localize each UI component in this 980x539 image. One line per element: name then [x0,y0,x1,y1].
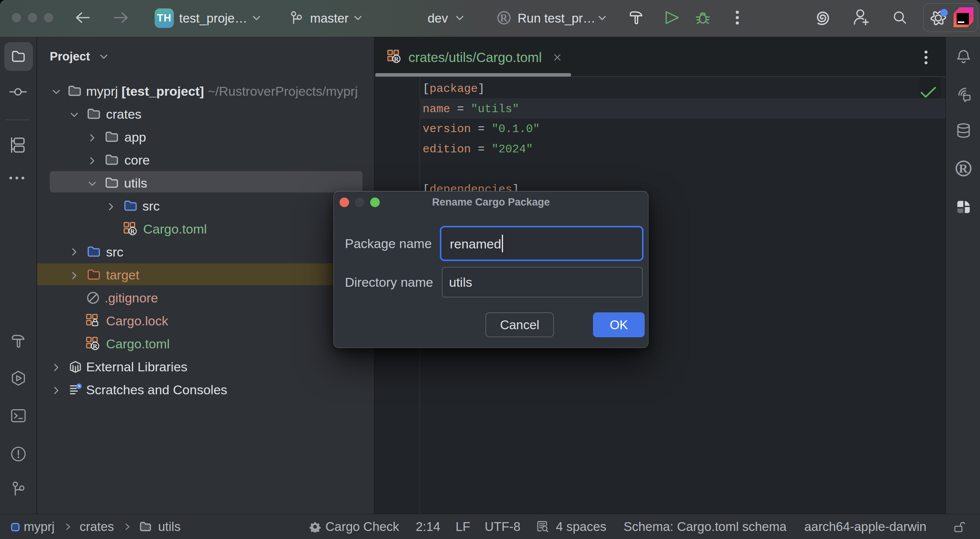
svg-text:R: R [959,162,968,175]
svg-text:R: R [500,12,508,24]
